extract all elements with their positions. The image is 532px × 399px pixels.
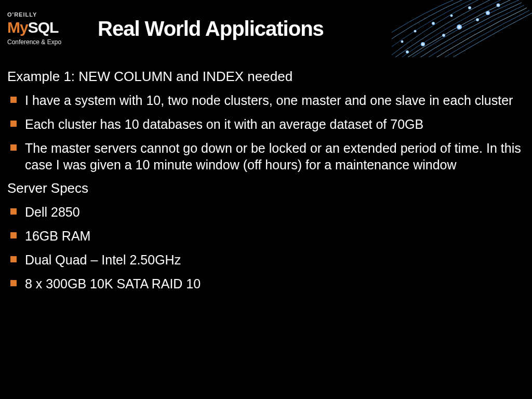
list-item: 8 x 300GB 10K SATA RAID 10	[7, 275, 525, 292]
svg-point-10	[450, 15, 453, 17]
svg-point-2	[442, 34, 445, 37]
svg-point-9	[497, 4, 500, 7]
fiber-optic-icon	[392, 0, 532, 57]
svg-point-6	[432, 22, 435, 25]
list-item: 16GB RAM	[7, 228, 525, 244]
logo-block: O'REILLY MySQL Conference & Expo	[0, 11, 85, 46]
svg-point-1	[421, 42, 425, 46]
svg-point-11	[401, 41, 404, 43]
list-item: The master servers cannot go down or be …	[7, 140, 525, 173]
list-item: I have a system with 10, two node cluste…	[7, 92, 525, 109]
logo-brand-main: MySQL	[7, 19, 85, 36]
svg-point-0	[406, 50, 409, 54]
specs-heading: Server Specs	[7, 180, 525, 196]
example-bullets: I have a system with 10, two node cluste…	[7, 92, 525, 173]
svg-point-7	[414, 30, 417, 33]
fiber-optic-decor	[392, 0, 532, 57]
svg-point-8	[468, 6, 471, 9]
list-item: Dual Quad – Intel 2.50GHz	[7, 251, 525, 268]
logo-brand-sql: SQL	[28, 19, 59, 36]
list-item: Each cluster has 10 databases on it with…	[7, 116, 525, 132]
svg-point-4	[476, 18, 479, 21]
slide-title: Real World Applications	[98, 17, 324, 41]
example-heading: Example 1: NEW COLUMN and INDEX needed	[7, 69, 525, 85]
slide-body: Example 1: NEW COLUMN and INDEX needed I…	[0, 57, 532, 292]
slide: O'REILLY MySQL Conference & Expo Real Wo…	[0, 0, 532, 399]
header: O'REILLY MySQL Conference & Expo Real Wo…	[0, 0, 532, 57]
svg-point-3	[457, 24, 462, 30]
logo-brand-my: My	[7, 19, 28, 36]
svg-point-5	[486, 11, 490, 15]
list-item: Dell 2850	[7, 204, 525, 220]
specs-bullets: Dell 2850 16GB RAM Dual Quad – Intel 2.5…	[7, 204, 525, 292]
logo-tagline: Conference & Expo	[7, 38, 85, 46]
logo-brand-top: O'REILLY	[7, 11, 85, 18]
